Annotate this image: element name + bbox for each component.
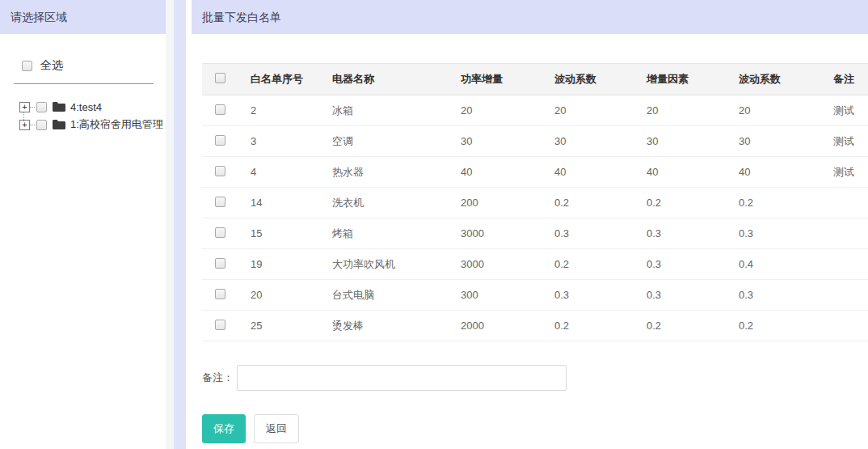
table-cell: 测试 [833, 157, 868, 188]
table-head-row: 白名单序号电器名称功率增量波动系数增量因素波动系数备注 [202, 64, 868, 95]
region-tree: +4:test4+1:高校宿舍用电管理 [19, 98, 166, 133]
table-cell [833, 311, 868, 341]
column-header: 备注 [833, 64, 868, 95]
tree-node-label[interactable]: 4:test4 [70, 101, 102, 113]
row-checkbox-cell [202, 218, 251, 249]
table-cell: 0.3 [647, 280, 739, 311]
tree-expand-button[interactable]: + [19, 120, 30, 130]
row-checkbox-cell [202, 157, 251, 188]
table-cell: 30 [461, 126, 554, 157]
table-cell: 3000 [461, 218, 554, 249]
select-all-rows-header-cell [202, 64, 251, 95]
table-cell: 2 [251, 95, 332, 126]
table-cell: 0.3 [554, 280, 647, 311]
content-gap [166, 0, 192, 449]
table-cell: 40 [739, 157, 833, 188]
select-all-rows-checkbox[interactable] [215, 73, 225, 83]
table-cell: 0.2 [647, 311, 739, 341]
save-button[interactable]: 保存 [202, 414, 246, 443]
folder-icon [53, 102, 65, 112]
table-cell: 热水器 [332, 157, 461, 188]
table-cell: 3000 [461, 249, 554, 280]
column-header: 白名单序号 [251, 64, 332, 95]
table-row: 14洗衣机2000.20.20.2 [202, 188, 868, 218]
row-checkbox-cell [202, 311, 251, 341]
back-button[interactable]: 返回 [254, 414, 299, 443]
table-cell: 25 [251, 311, 332, 341]
column-header: 波动系数 [739, 64, 833, 95]
row-checkbox[interactable] [215, 320, 225, 330]
tree-item: +4:test4 [19, 98, 166, 116]
page-title: 批量下发白名单 [192, 0, 868, 34]
table-cell: 4 [251, 157, 332, 188]
main-panel: 批量下发白名单 白名单序号电器名称功率增量波动系数增量因素波动系数备注 2冰箱2… [192, 0, 868, 449]
row-checkbox[interactable] [215, 227, 225, 238]
table-cell: 空调 [332, 126, 461, 157]
table-cell: 烫发棒 [332, 311, 461, 341]
row-checkbox-cell [202, 95, 251, 126]
table-cell: 40 [461, 157, 554, 188]
table-cell: 大功率吹风机 [332, 249, 461, 280]
table-cell: 0.3 [647, 218, 739, 249]
table-cell: 0.2 [739, 188, 833, 218]
remark-input[interactable] [237, 365, 567, 391]
column-header: 功率增量 [461, 64, 554, 95]
table-row: 25烫发棒20000.20.20.2 [202, 311, 868, 341]
table-cell: 20 [461, 95, 554, 126]
main-content: 白名单序号电器名称功率增量波动系数增量因素波动系数备注 2冰箱20202020测… [192, 63, 868, 443]
table-cell: 3 [251, 126, 332, 157]
table-cell: 15 [251, 218, 332, 249]
table-cell: 40 [554, 157, 647, 188]
table-cell: 14 [251, 188, 332, 218]
table-cell: 2000 [461, 311, 554, 341]
table-row: 20台式电脑3000.30.30.3 [202, 280, 868, 311]
tree-node-checkbox[interactable] [36, 120, 47, 130]
row-checkbox-cell [202, 188, 251, 218]
table-row: 4热水器40404040测试 [202, 157, 868, 188]
table-row: 15烤箱30000.30.30.3 [202, 218, 868, 249]
folder-icon [53, 120, 65, 129]
table-row: 2冰箱20202020测试 [202, 95, 868, 126]
sidebar-panel: 请选择区域 全选 +4:test4+1:高校宿舍用电管理 [0, 0, 166, 449]
row-checkbox[interactable] [215, 289, 225, 299]
column-header: 增量因素 [647, 64, 739, 95]
table-cell [833, 280, 868, 311]
row-checkbox[interactable] [215, 166, 225, 176]
table-cell: 20 [251, 280, 332, 311]
table-cell: 0.2 [647, 188, 739, 218]
select-all-label: 全选 [40, 58, 63, 73]
table-cell: 0.3 [739, 218, 833, 249]
row-checkbox[interactable] [215, 258, 225, 269]
table-cell: 0.2 [554, 311, 647, 341]
table-cell: 0.3 [739, 280, 833, 311]
table-cell: 0.2 [739, 311, 833, 341]
tree-expand-button[interactable]: + [19, 102, 30, 112]
column-header: 电器名称 [332, 64, 461, 95]
tree-node-label[interactable]: 1:高校宿舍用电管理 [70, 117, 163, 132]
select-all-checkbox[interactable] [22, 61, 32, 71]
table-cell: 台式电脑 [332, 280, 461, 311]
row-checkbox-cell [202, 249, 251, 280]
remark-label: 备注： [202, 371, 234, 385]
row-checkbox[interactable] [215, 197, 225, 207]
tree-connector-dots [30, 125, 35, 125]
table-cell: 300 [461, 280, 554, 311]
remark-row: 备注： [202, 365, 868, 391]
row-checkbox-cell [202, 280, 251, 311]
table-cell: 200 [461, 188, 554, 218]
table-cell [833, 188, 868, 218]
sidebar-title: 请选择区域 [0, 0, 166, 34]
tree-node-checkbox[interactable] [36, 102, 47, 112]
row-checkbox[interactable] [215, 135, 225, 146]
row-checkbox[interactable] [215, 104, 225, 115]
table-cell: 0.2 [554, 188, 647, 218]
table-cell: 冰箱 [332, 95, 461, 126]
buttons-row: 保存 返回 [202, 414, 868, 443]
table-cell: 20 [647, 95, 739, 126]
table-cell: 0.3 [647, 249, 739, 280]
table-cell [833, 218, 868, 249]
whitelist-table: 白名单序号电器名称功率增量波动系数增量因素波动系数备注 2冰箱20202020测… [202, 63, 868, 341]
table-cell: 20 [554, 95, 647, 126]
tree-connector-line [23, 112, 24, 121]
table-body: 2冰箱20202020测试3空调30303030测试4热水器40404040测试… [202, 95, 868, 341]
